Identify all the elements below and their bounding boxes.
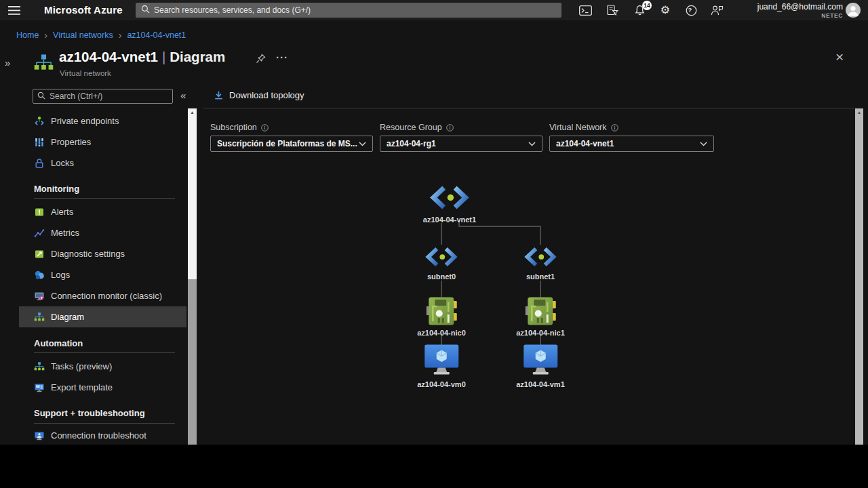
cloud-shell-icon[interactable]	[578, 4, 592, 16]
breadcrumb: Home › Virtual networks › az104-04-vnet1	[16, 30, 186, 40]
sidebar-section-monitoring: Monitoring	[34, 184, 79, 194]
sidebar-item-diagnostic-settings[interactable]: Diagnostic settings	[19, 243, 186, 264]
sidebar-item-export-template[interactable]: Export template	[19, 377, 186, 398]
sidebar-item-diagram[interactable]: Diagram	[19, 306, 186, 327]
more-options-icon[interactable]: ···	[276, 52, 288, 63]
content-scrollbar[interactable]: ▲	[855, 108, 863, 445]
info-icon	[261, 124, 269, 131]
top-bar: Microsoft Azure 14 ⚙ ? juand_66@hot	[0, 0, 868, 20]
chevron-right-icon: ›	[44, 30, 47, 40]
blade-name: Diagram	[170, 49, 225, 64]
diagram-node-subnet1[interactable]: subnet1	[522, 246, 559, 281]
download-topology-button[interactable]: Download topology	[214, 90, 304, 100]
virtual-machine-icon	[523, 344, 558, 375]
sidebar-item-private-endpoints[interactable]: Private endpoints	[19, 110, 186, 131]
directory-filter-icon[interactable]	[606, 4, 619, 16]
sidebar-item-properties[interactable]: Properties	[19, 131, 186, 152]
resource-group-label: Resource Group	[380, 123, 454, 132]
chevron-down-icon	[528, 142, 536, 146]
azure-brand-logo[interactable]: Microsoft Azure	[44, 4, 123, 16]
tasks-icon	[34, 362, 45, 371]
breadcrumb-home[interactable]: Home	[16, 30, 39, 40]
virtual-network-resource-icon	[34, 54, 54, 73]
search-icon	[141, 4, 150, 16]
sidebar-search-input[interactable]	[50, 92, 168, 101]
diagram-node-vnet[interactable]: az104-04-vnet1	[423, 184, 476, 224]
lock-icon	[34, 158, 45, 169]
divider	[34, 352, 175, 353]
info-icon	[446, 124, 454, 131]
sidebar-item-connection-monitor-classic[interactable]: Connection monitor (classic)	[19, 285, 186, 306]
virtual-network-icon	[427, 184, 472, 211]
expand-portal-menu-icon[interactable]: »	[5, 57, 10, 68]
user-organization: NETEC	[738, 12, 843, 19]
diagram-node-vm1[interactable]: az104-04-vm1	[516, 344, 565, 388]
scroll-up-arrow-icon[interactable]: ▲	[855, 108, 863, 117]
help-icon[interactable]: ?	[684, 4, 698, 16]
azure-portal-window: Microsoft Azure 14 ⚙ ? juand_66@hot	[0, 0, 868, 445]
toolbar-divider	[203, 108, 854, 108]
resource-name: az104-04-vnet1	[59, 49, 158, 64]
chevron-right-icon: ›	[119, 30, 122, 40]
resource-group-dropdown[interactable]: az104-04-rg1	[380, 136, 542, 152]
subscription-label: Subscription	[210, 123, 269, 132]
export-template-icon	[34, 382, 45, 393]
diagram-node-nic1[interactable]: az104-04-nic1	[516, 296, 565, 337]
metrics-chart-icon	[34, 228, 45, 239]
close-blade-icon[interactable]: ×	[835, 49, 844, 65]
sidebar-search-box[interactable]	[33, 89, 173, 104]
virtual-machine-icon	[424, 344, 459, 375]
virtual-network-dropdown[interactable]: az104-04-vnet1	[549, 136, 714, 152]
sidebar-item-alerts[interactable]: Alerts	[19, 201, 186, 222]
subnet-icon	[423, 246, 460, 268]
user-avatar[interactable]	[845, 2, 861, 21]
chevron-down-icon	[359, 142, 366, 146]
sidebar-scrollbar-thumb[interactable]: ▲	[188, 108, 197, 279]
title-separator: |	[158, 49, 170, 64]
sidebar-section-support: Support + troubleshooting	[34, 408, 145, 418]
global-search-input[interactable]	[154, 5, 556, 15]
diagram-node-nic0[interactable]: az104-04-nic0	[417, 296, 466, 337]
divider	[34, 423, 175, 424]
global-search-bar[interactable]	[136, 3, 561, 18]
diagram-icon	[34, 312, 45, 321]
breadcrumb-vnet[interactable]: az104-04-vnet1	[127, 30, 186, 40]
notifications-bell-icon[interactable]: 14	[633, 4, 646, 16]
diagram-node-subnet0[interactable]: subnet0	[423, 246, 460, 281]
sidebar-item-metrics[interactable]: Metrics	[19, 222, 186, 243]
network-interface-icon	[426, 296, 457, 326]
account-info[interactable]: juand_66@hotmail.com NETEC	[738, 2, 843, 19]
page-title: az104-04-vnet1|Diagram	[59, 49, 225, 65]
chevron-down-icon	[700, 142, 707, 146]
search-icon	[37, 90, 45, 102]
info-icon	[611, 124, 618, 131]
breadcrumb-virtual-networks[interactable]: Virtual networks	[53, 30, 113, 40]
connection-monitor-icon	[34, 291, 45, 302]
collapse-sidebar-icon[interactable]: «	[180, 89, 186, 101]
sidebar-item-locks[interactable]: Locks	[19, 152, 186, 174]
subscription-dropdown[interactable]: Suscripción de Plataformas de MS...	[210, 136, 373, 152]
network-interface-icon	[525, 296, 556, 326]
subnet-icon	[522, 246, 559, 268]
sidebar-item-connection-troubleshoot[interactable]: Connection troubleshoot	[19, 425, 186, 446]
properties-sliders-icon	[34, 137, 45, 148]
feedback-icon[interactable]	[710, 4, 724, 16]
sidebar-item-tasks-preview[interactable]: Tasks (preview)	[19, 356, 186, 377]
connection-troubleshoot-icon	[34, 430, 45, 441]
diagnostic-settings-icon	[34, 249, 45, 260]
alerts-icon	[34, 207, 45, 218]
notification-count-badge: 14	[642, 1, 652, 10]
resource-type-subtitle: Virtual network	[60, 69, 111, 77]
settings-gear-icon[interactable]: ⚙	[658, 4, 672, 16]
sidebar-item-logs[interactable]: Logs	[19, 264, 186, 285]
download-icon	[214, 91, 223, 100]
logs-icon	[34, 270, 45, 281]
hamburger-menu-icon[interactable]	[8, 5, 20, 18]
pin-icon[interactable]	[256, 54, 266, 66]
diagram-node-vm0[interactable]: az104-04-vm0	[417, 344, 466, 388]
divider	[34, 198, 175, 199]
user-email: juand_66@hotmail.com	[738, 2, 843, 12]
virtual-network-label: Virtual Network	[549, 123, 618, 132]
scroll-up-arrow-icon[interactable]: ▲	[188, 108, 197, 117]
private-endpoint-icon	[34, 116, 45, 127]
